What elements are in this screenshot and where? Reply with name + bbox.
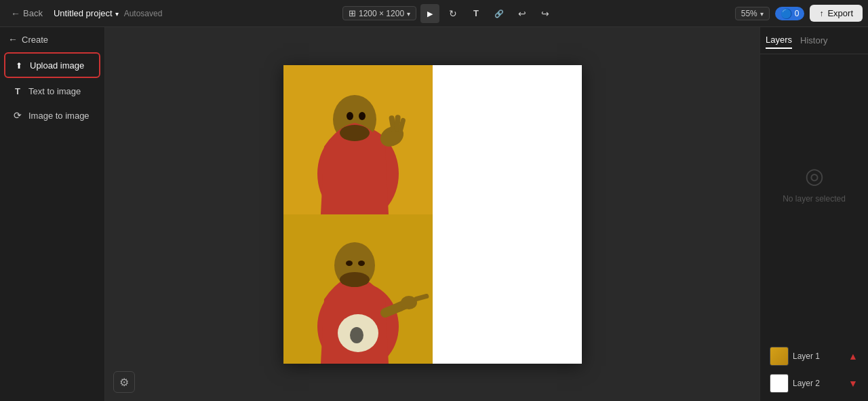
layer-item-2[interactable]: Layer 2 ▼ (766, 371, 863, 396)
svg-point-18 (358, 261, 365, 266)
link-button[interactable] (490, 4, 509, 23)
back-label: Back (23, 8, 43, 18)
canvas-wrapper (283, 65, 582, 364)
text-tool-button[interactable] (467, 4, 486, 23)
canvas-top-right (433, 65, 582, 214)
canvas-bottom-right (433, 214, 582, 364)
text-to-image-label: Text to image (28, 86, 81, 96)
canvas-area (105, 27, 760, 401)
topbar-right: 55% 🔵 0 Export (735, 5, 863, 22)
upload-icon (14, 60, 24, 71)
zoom-label: 55% (741, 9, 757, 18)
layer-1-name: Layer 1 (793, 351, 844, 361)
layer-2-name: Layer 2 (793, 379, 844, 388)
dims-chevron-icon (407, 9, 410, 18)
create-icon: ← (8, 34, 18, 45)
rotate-icon (449, 8, 457, 19)
upload-image-label: Upload image (30, 60, 84, 71)
image-to-image-icon (12, 110, 23, 121)
layer-item-1[interactable]: Layer 1 ▲ (766, 344, 863, 368)
svg-point-9 (340, 125, 370, 141)
image-to-image-label: Image to image (28, 111, 90, 121)
topbar-tools: 1200 × 1200 (167, 4, 729, 23)
svg-point-8 (359, 112, 366, 120)
zoom-control[interactable]: 55% (735, 7, 770, 20)
version-badge: 🔵 0 (775, 7, 805, 20)
main-area: ← Create Upload image Text to image Imag… (0, 27, 868, 401)
layer-1-thumb (770, 347, 789, 366)
project-chevron-icon[interactable] (115, 8, 119, 18)
svg-point-14 (350, 327, 363, 343)
autosaved-label: Autosaved (124, 9, 163, 18)
create-label: Create (22, 35, 48, 45)
tab-layers[interactable]: Layers (766, 32, 792, 49)
back-icon (11, 8, 20, 19)
text-tool-icon (473, 8, 479, 18)
left-panel: ← Create Upload image Text to image Imag… (0, 27, 105, 401)
right-panel: Layers History No layer selected Layer 1… (760, 27, 868, 401)
project-name-area: Untitled project (54, 8, 119, 18)
play-button[interactable] (420, 4, 439, 23)
layer-2-down-arrow[interactable]: ▼ (848, 378, 859, 389)
no-layer-icon (805, 163, 824, 189)
meme-canvas[interactable] (283, 65, 582, 364)
zoom-chevron-icon (760, 9, 764, 18)
svg-point-17 (346, 261, 353, 266)
project-name[interactable]: Untitled project (54, 8, 113, 18)
back-button[interactable]: Back (5, 5, 48, 22)
layer-1-up-arrow[interactable]: ▲ (848, 351, 859, 362)
settings-button[interactable] (113, 371, 135, 393)
canvas-dimensions[interactable]: 1200 × 1200 (342, 6, 416, 20)
undo-icon (518, 8, 526, 19)
no-layer-section: No layer selected (760, 54, 868, 339)
tab-history[interactable]: History (800, 33, 827, 48)
play-icon (427, 8, 433, 18)
undo-button[interactable] (513, 4, 532, 23)
link-icon (494, 8, 504, 18)
layer-2-thumb (770, 374, 789, 393)
topbar: Back Untitled project Autosaved 1200 × 1… (0, 0, 868, 27)
version-count: 0 (795, 9, 800, 18)
svg-point-7 (347, 112, 353, 120)
layer-1-thumbnail (770, 347, 788, 365)
menu-item-text-to-image[interactable]: Text to image (4, 79, 100, 102)
redo-button[interactable] (536, 4, 555, 23)
text-to-image-icon (12, 85, 23, 96)
layers-section: Layer 1 ▲ Layer 2 ▼ (760, 339, 868, 401)
export-button[interactable]: Export (810, 5, 863, 22)
layer-2-thumbnail (770, 375, 788, 392)
rotate-button[interactable] (443, 4, 462, 23)
settings-icon (119, 376, 129, 389)
right-panel-tabs: Layers History (760, 27, 868, 54)
export-icon (819, 8, 823, 18)
drake-top-panel (283, 65, 433, 214)
create-header: ← Create (0, 27, 104, 52)
menu-item-image-to-image[interactable]: Image to image (4, 104, 100, 127)
menu-item-upload-image[interactable]: Upload image (4, 52, 100, 78)
frame-icon (349, 8, 356, 18)
export-label: Export (827, 8, 853, 18)
redo-icon (541, 8, 549, 19)
drake-bottom-panel (283, 214, 433, 364)
svg-point-19 (340, 272, 370, 287)
dimensions-label: 1200 × 1200 (359, 9, 404, 18)
no-layer-text: No layer selected (783, 194, 846, 204)
